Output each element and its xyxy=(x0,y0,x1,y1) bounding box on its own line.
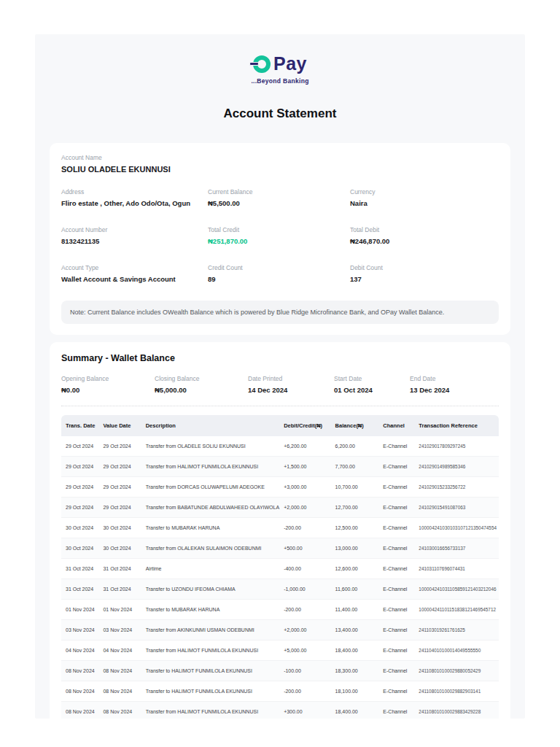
cell-value-date: 08 Nov 2024 xyxy=(101,660,143,681)
table-column-header: Balance(₦) xyxy=(333,415,381,436)
cell-description: Transfer from DORCAS OLUWAPELUMI ADEGOKE xyxy=(144,476,281,497)
cell-balance: 13,400.00 xyxy=(333,619,381,640)
cell-channel: E-Channel xyxy=(381,640,416,660)
table-row: 29 Oct 2024 29 Oct 2024 Transfer from BA… xyxy=(61,497,499,517)
cell-reference: 241029015491087063 xyxy=(416,497,499,517)
cell-amount: -200.00 xyxy=(281,599,332,619)
transactions-table-body: 29 Oct 2024 29 Oct 2024 Transfer from OL… xyxy=(61,436,499,719)
cell-description: Transfer from HALIMOT FUNMILOLA EKUNNUSI xyxy=(144,701,281,719)
field-value: Naira xyxy=(350,199,499,207)
cell-description: Transfer to UZONDU IFEOMA CHIAMA xyxy=(144,578,281,599)
table-row: 29 Oct 2024 29 Oct 2024 Transfer from DO… xyxy=(61,476,499,497)
field-label: Address xyxy=(61,188,208,196)
cell-reference: 241031107696074431 xyxy=(416,558,499,578)
cell-channel: E-Channel xyxy=(381,619,416,640)
info-field: Total Credit ₦251,870.00 xyxy=(208,226,350,245)
cell-reference: 241103019261761625 xyxy=(416,619,499,640)
account-name-block: Account Name SOLIU OLADELE EKUNNUSI xyxy=(61,154,499,174)
cell-amount: +2,000.00 xyxy=(281,619,332,640)
cell-balance: 13,000.00 xyxy=(333,538,381,558)
cell-channel: E-Channel xyxy=(381,599,416,619)
info-field: Credit Count 89 xyxy=(208,264,350,283)
cell-balance: 7,700.00 xyxy=(333,456,381,476)
cell-channel: E-Channel xyxy=(381,701,416,719)
owealth-note: Note: Current Balance includes OWealth B… xyxy=(61,301,499,324)
cell-reference: 241104010100014049555550 xyxy=(416,640,499,660)
cell-value-date: 30 Oct 2024 xyxy=(101,517,143,538)
cell-amount: +3,000.00 xyxy=(281,476,332,497)
cell-amount: -1,000.00 xyxy=(281,578,332,599)
table-row: 08 Nov 2024 08 Nov 2024 Transfer from HA… xyxy=(61,701,499,719)
transactions-table: Trans. DateValue DateDescriptionDebit/Cr… xyxy=(61,415,499,719)
field-value: 89 xyxy=(208,275,350,283)
cell-balance: 18,100.00 xyxy=(333,681,381,701)
account-name-value: SOLIU OLADELE EKUNNUSI xyxy=(61,165,499,174)
cell-description: Transfer to MUBARAK HARUNA xyxy=(144,599,281,619)
info-field: Date Printed 14 Dec 2024 xyxy=(248,375,334,394)
opay-logo: Pay xyxy=(253,53,307,74)
cell-trans-date: 30 Oct 2024 xyxy=(61,517,101,538)
cell-trans-date: 03 Nov 2024 xyxy=(61,619,101,640)
cell-reference: 100004241101151838121469545712 xyxy=(416,599,499,619)
info-field: Opening Balance ₦0.00 xyxy=(61,375,155,394)
field-label: Opening Balance xyxy=(61,375,155,382)
cell-reference: 241108010100029880052429 xyxy=(416,660,499,681)
table-row: 30 Oct 2024 30 Oct 2024 Transfer to MUBA… xyxy=(61,517,499,538)
field-label: Credit Count xyxy=(208,264,350,271)
table-row: 08 Nov 2024 08 Nov 2024 Transfer to HALI… xyxy=(61,660,499,681)
cell-description: Transfer from OLADELE SOLIU EKUNNUSI xyxy=(144,436,281,457)
table-column-header: Description xyxy=(144,415,281,436)
cell-reference: 241030016656733137 xyxy=(416,538,499,558)
cell-trans-date: 01 Nov 2024 xyxy=(61,599,101,619)
table-row: 29 Oct 2024 29 Oct 2024 Transfer from OL… xyxy=(61,436,499,457)
info-field: End Date 13 Dec 2024 xyxy=(410,375,449,394)
cell-channel: E-Channel xyxy=(381,456,416,476)
logo-tagline: ...Beyond Banking xyxy=(35,77,525,85)
cell-description: Transfer to HALIMOT FUNMILOLA EKUNNUSI xyxy=(144,660,281,681)
cell-balance: 10,700.00 xyxy=(333,476,381,497)
table-header-row: Trans. DateValue DateDescriptionDebit/Cr… xyxy=(61,415,499,436)
cell-trans-date: 30 Oct 2024 xyxy=(61,538,101,558)
table-column-header: Trans. Date xyxy=(61,415,101,436)
statement-panel: Pay ...Beyond Banking Account Statement … xyxy=(35,34,525,719)
table-row: 29 Oct 2024 29 Oct 2024 Transfer from HA… xyxy=(61,456,499,476)
cell-reference: 100004241031105859121403212046 xyxy=(416,578,499,599)
table-column-header: Value Date xyxy=(101,415,143,436)
table-column-header: Debit/Credit(₦) xyxy=(281,415,332,436)
cell-trans-date: 08 Nov 2024 xyxy=(61,701,101,719)
cell-value-date: 31 Oct 2024 xyxy=(101,558,143,578)
field-value: ₦5,000.00 xyxy=(155,386,248,394)
cell-description: Transfer from HALIMOT FUNMILOLA EKUNNUSI xyxy=(144,456,281,476)
field-label: Currency xyxy=(350,188,499,196)
cell-value-date: 29 Oct 2024 xyxy=(101,456,143,476)
cell-balance: 11,400.00 xyxy=(333,599,381,619)
table-column-header: Channel xyxy=(381,415,416,436)
field-label: Total Debit xyxy=(350,226,499,233)
cell-value-date: 01 Nov 2024 xyxy=(101,599,143,619)
cell-reference: 241108010100029882903141 xyxy=(416,681,499,701)
cell-value-date: 29 Oct 2024 xyxy=(101,436,143,457)
cell-reference: 241029014989585346 xyxy=(416,456,499,476)
summary-heading: Summary - Wallet Balance xyxy=(61,353,499,363)
field-label: Account Type xyxy=(61,264,208,271)
cell-amount: +1,500.00 xyxy=(281,456,332,476)
table-row: 08 Nov 2024 08 Nov 2024 Transfer to HALI… xyxy=(61,681,499,701)
cell-value-date: 31 Oct 2024 xyxy=(101,578,143,599)
cell-channel: E-Channel xyxy=(381,497,416,517)
cell-reference: 241108010100029883429228 xyxy=(416,701,499,719)
info-field: Current Balance ₦5,500.00 xyxy=(208,188,350,207)
cell-amount: -100.00 xyxy=(281,660,332,681)
cell-value-date: 08 Nov 2024 xyxy=(101,701,143,719)
field-label: Start Date xyxy=(334,375,410,382)
cell-value-date: 04 Nov 2024 xyxy=(101,640,143,660)
info-field: Address Fliro estate , Other, Ado Odo/Ot… xyxy=(61,188,208,207)
cell-trans-date: 29 Oct 2024 xyxy=(61,497,101,517)
cell-value-date: 03 Nov 2024 xyxy=(101,619,143,640)
cell-channel: E-Channel xyxy=(381,538,416,558)
cell-balance: 18,400.00 xyxy=(333,640,381,660)
cell-description: Transfer from BABATUNDE ABDULWAHEED OLAY… xyxy=(144,497,281,517)
field-label: End Date xyxy=(410,375,449,382)
cell-trans-date: 29 Oct 2024 xyxy=(61,456,101,476)
cell-amount: +500.00 xyxy=(281,538,332,558)
field-value: 137 xyxy=(350,275,499,283)
